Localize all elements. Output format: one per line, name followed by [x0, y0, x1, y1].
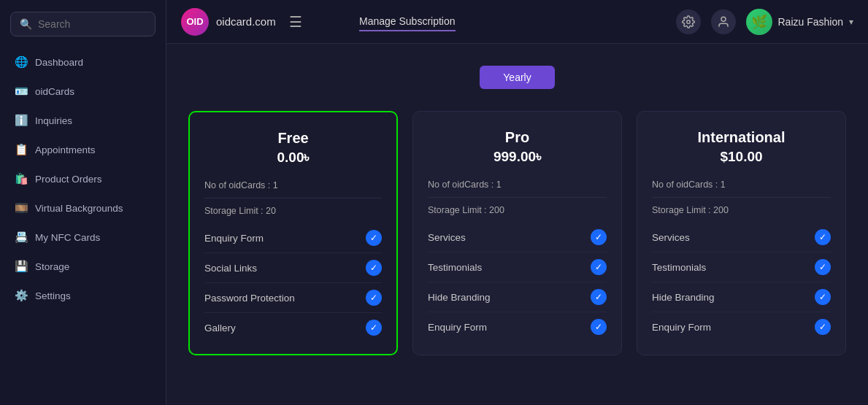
storage-icon: 💾 [15, 260, 28, 273]
plan-name-international: International [652, 129, 831, 146]
feature-label: Enquiry Form [204, 233, 264, 244]
hamburger-button[interactable]: ☰ [289, 13, 302, 31]
sidebar-item-label: Dashboard [35, 57, 83, 68]
check-icon: ✓ [366, 290, 382, 306]
feature-row: Enquiry Form ✓ [652, 312, 831, 342]
nfc-cards-icon: 📇 [15, 231, 28, 244]
feature-row: Services ✓ [428, 223, 607, 252]
check-icon: ✓ [815, 259, 831, 275]
plan-price-free: 0.00৳ [204, 150, 382, 166]
search-icon: 🔍 [20, 18, 32, 30]
yearly-toggle-button[interactable]: Yearly [480, 66, 554, 89]
plan-divider [652, 197, 831, 198]
feature-label: Hide Branding [428, 292, 491, 303]
chevron-down-icon: ▾ [849, 17, 853, 27]
sidebar-item-label: Product Orders [35, 174, 102, 185]
search-input[interactable] [38, 18, 146, 30]
topbar-right: 🌿 Raizu Fashion ▾ [676, 9, 854, 35]
feature-row: Testimonials ✓ [652, 252, 831, 282]
plan-card-pro: Pro 999.00৳ No of oidCards : 1 Storage L… [412, 111, 622, 355]
sidebar-item-label: Appointments [35, 144, 96, 155]
check-icon: ✓ [366, 320, 382, 336]
feature-label: Social Links [204, 263, 257, 274]
person-icon [717, 15, 730, 28]
plan-card-international: International $10.00 No of oidCards : 1 … [637, 111, 846, 355]
virtual-backgrounds-icon: 🎞️ [15, 201, 28, 215]
product-orders-icon: 🛍️ [15, 172, 28, 185]
svg-point-1 [721, 17, 726, 21]
check-icon: ✓ [591, 319, 607, 335]
plan-header-pro: Pro 999.00৳ [428, 129, 607, 165]
plan-oidcards-pro: No of oidCards : 1 [428, 180, 607, 190]
sidebar-nav: 🌐 Dashboard 🪪 oidCards ℹ️ Inquiries 📋 Ap… [0, 48, 166, 309]
billing-toggle-row: Yearly [188, 66, 846, 89]
user-avatar-area[interactable]: 🌿 Raizu Fashion ▾ [746, 9, 854, 35]
plan-header-free: Free 0.00৳ [204, 130, 382, 166]
sidebar-item-dashboard[interactable]: 🌐 Dashboard [6, 48, 160, 76]
plan-name-pro: Pro [428, 129, 607, 146]
feature-label: Enquiry Form [652, 322, 711, 333]
settings-button[interactable] [676, 9, 701, 34]
search-box[interactable]: 🔍 [10, 12, 155, 36]
manage-subscription-tab[interactable]: Manage Subscription [359, 12, 456, 31]
feature-label: Enquiry Form [428, 322, 487, 333]
feature-label: Testimonials [652, 262, 706, 273]
plan-oidcards-international: No of oidCards : 1 [652, 180, 831, 190]
sidebar-item-appointments[interactable]: 📋 Appointments [6, 136, 160, 163]
feature-label: Testimonials [428, 262, 482, 273]
topbar: OID oidcard.com ☰ Manage Subscription [166, 0, 868, 44]
inquiries-icon: ℹ️ [15, 114, 28, 127]
logo: OID [181, 8, 209, 36]
main-area: OID oidcard.com ☰ Manage Subscription [166, 0, 868, 405]
sidebar-item-label: Virtual Backgrounds [35, 203, 123, 214]
content-area: Yearly Free 0.00৳ No of oidCards : 1 Sto… [166, 44, 868, 405]
plan-divider [428, 197, 607, 198]
sidebar-item-product-orders[interactable]: 🛍️ Product Orders [6, 165, 160, 193]
feature-row: Password Protection ✓ [204, 283, 382, 313]
feature-label: Services [652, 232, 690, 243]
sidebar-item-nfc-cards[interactable]: 📇 My NFC Cards [6, 223, 160, 251]
plan-divider [204, 198, 382, 198]
sidebar-item-label: oidCards [35, 86, 74, 97]
feature-label: Services [428, 232, 466, 243]
plan-name-free: Free [204, 130, 382, 147]
user-name: Raizu Fashion [778, 16, 844, 28]
check-icon: ✓ [591, 289, 607, 305]
user-button[interactable] [711, 9, 736, 34]
check-icon: ✓ [366, 230, 382, 246]
plans-grid: Free 0.00৳ No of oidCards : 1 Storage Li… [188, 111, 846, 355]
plan-storage-pro: Storage Limit : 200 [428, 205, 607, 215]
svg-point-0 [686, 20, 690, 23]
app-layout: 🔍 🌐 Dashboard 🪪 oidCards ℹ️ Inquiries 📋 … [0, 0, 868, 405]
sidebar-item-virtual-backgrounds[interactable]: 🎞️ Virtual Backgrounds [6, 194, 160, 222]
feature-label: Gallery [204, 323, 236, 333]
feature-row: Social Links ✓ [204, 253, 382, 283]
plan-price-international: $10.00 [652, 149, 831, 165]
check-icon: ✓ [815, 229, 831, 245]
sidebar-item-label: Storage [35, 261, 69, 272]
plan-price-pro: 999.00৳ [428, 149, 607, 165]
sidebar-item-inquiries[interactable]: ℹ️ Inquiries [6, 107, 160, 134]
sidebar-item-storage[interactable]: 💾 Storage [6, 252, 160, 280]
plan-storage-international: Storage Limit : 200 [652, 205, 831, 215]
feature-row: Gallery ✓ [204, 313, 382, 342]
check-icon: ✓ [366, 260, 382, 276]
sidebar-search-area: 🔍 [0, 0, 166, 48]
dashboard-icon: 🌐 [15, 55, 28, 69]
plan-header-international: International $10.00 [652, 129, 831, 165]
sidebar-item-label: Inquiries [35, 115, 72, 126]
oidcards-icon: 🪪 [15, 85, 28, 98]
feature-row: Testimonials ✓ [428, 252, 607, 282]
feature-label: Password Protection [204, 293, 295, 304]
check-icon: ✓ [591, 259, 607, 275]
check-icon: ✓ [815, 319, 831, 335]
topbar-nav: Manage Subscription [359, 12, 664, 31]
appointments-icon: 📋 [15, 143, 28, 156]
sidebar-item-label: My NFC Cards [35, 232, 100, 243]
feature-row: Hide Branding ✓ [428, 282, 607, 312]
plan-card-free: Free 0.00৳ No of oidCards : 1 Storage Li… [188, 111, 398, 355]
sidebar-item-settings[interactable]: ⚙️ Settings [6, 282, 160, 309]
sidebar-item-oidcards[interactable]: 🪪 oidCards [6, 77, 160, 105]
sidebar-item-label: Settings [35, 290, 71, 301]
feature-row: Services ✓ [652, 223, 831, 252]
